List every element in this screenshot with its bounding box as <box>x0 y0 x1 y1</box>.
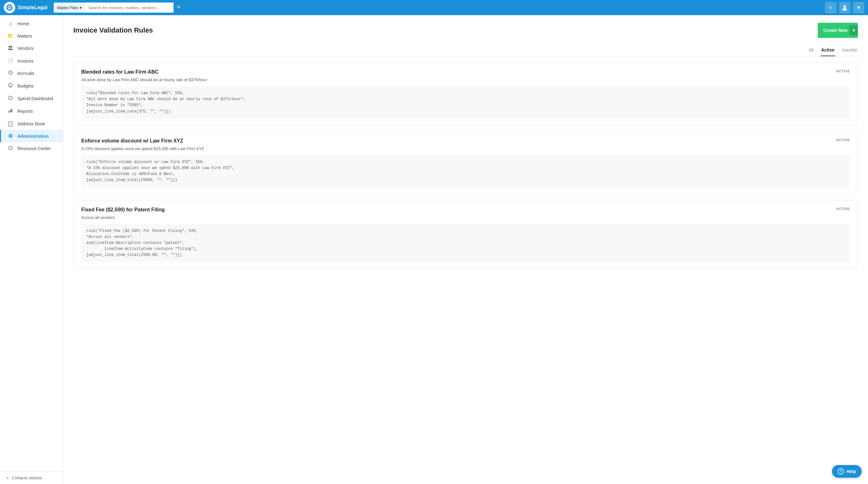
topnav-right: ＋ ▾ <box>825 2 864 13</box>
rule-header-2: Enforce volume discount w/ Law Firm XYZ … <box>81 138 850 144</box>
search-button[interactable]: 🔍 <box>174 3 185 13</box>
user-menu-button[interactable] <box>839 2 850 13</box>
help-icon: ? <box>838 468 844 475</box>
sidebar-navigation: ⌂ Home 📁 Matters Vendors <box>0 15 63 471</box>
sidebar: ⌂ Home 📁 Matters Vendors <box>0 15 63 484</box>
address-book-icon: 📋 <box>7 121 13 127</box>
sidebar-item-label: Budgets <box>18 84 33 89</box>
sidebar-item-label: Accruals <box>18 71 34 76</box>
svg-rect-14 <box>8 111 9 112</box>
sidebar-item-accruals[interactable]: Accruals <box>0 67 63 79</box>
logo-icon <box>4 2 15 13</box>
rule-card-2: Enforce volume discount w/ Law Firm XYZ … <box>73 131 858 194</box>
budgets-icon: $ <box>7 83 13 89</box>
svg-text:?: ? <box>10 147 11 150</box>
sidebar-item-label: Address Book <box>18 121 45 126</box>
add-button[interactable]: ＋ <box>825 2 836 13</box>
rule-code-3: rule("Fixed Fee ($2,500) for Patent Fili… <box>81 224 850 262</box>
rule-header-3: Fixed Fee ($2,500) for Patent Filing ACT… <box>81 207 850 213</box>
sidebar-item-label: Resource Center <box>18 146 51 151</box>
spend-icon: ? <box>7 95 13 102</box>
sidebar-item-label: Matters <box>18 33 32 38</box>
sidebar-item-label: Invoices <box>18 59 33 64</box>
search-dropdown-label: Matter Files <box>57 5 79 10</box>
rule-title-3: Fixed Fee ($2,500) for Patent Filing <box>81 207 165 213</box>
create-new-label: Create New <box>824 28 847 33</box>
folder-icon: 📁 <box>7 33 13 39</box>
sidebar-item-address-book[interactable]: 📋 Address Book <box>0 118 63 130</box>
sidebar-item-administration[interactable]: ⚙ Administration <box>0 130 63 142</box>
svg-rect-16 <box>11 109 12 112</box>
rule-card-3: Fixed Fee ($2,500) for Patent Filing ACT… <box>73 200 858 269</box>
filter-tabs: All Active Inactive <box>73 45 858 56</box>
reports-icon <box>7 108 13 115</box>
help-label: Help <box>846 469 856 474</box>
rule-status-2: ACTIVE <box>836 138 850 142</box>
sidebar-item-home[interactable]: ⌂ Home <box>0 18 63 30</box>
sidebar-item-spend-dashboard[interactable]: ? Spend Dashboard <box>0 92 63 105</box>
collapse-sidebar-button[interactable]: « Collapse sidebar <box>0 471 63 484</box>
search-bar: Matter Files ▾ 🔍 <box>54 3 185 13</box>
create-new-button[interactable]: Create New ▾ <box>818 23 858 38</box>
sidebar-item-resource-center[interactable]: ? Resource Center <box>0 142 63 155</box>
rule-description-3: Across all vendors <box>81 215 850 220</box>
gear-icon: ⚙ <box>7 133 13 139</box>
svg-text:$: $ <box>9 84 11 87</box>
rule-description-1: All work done by Law Firm ABC should be … <box>81 77 850 82</box>
page-title: Invoice Validation Rules <box>73 26 153 34</box>
sidebar-item-label: Reports <box>18 109 33 114</box>
rule-code-2: rule("Enforce volume discount w/ Law Fir… <box>81 155 850 187</box>
svg-rect-15 <box>10 109 11 112</box>
sidebar-item-label: Administration <box>18 134 49 139</box>
question-icon: ? <box>7 145 13 152</box>
rule-description-2: A 15% discount applies once we spend $25… <box>81 146 850 151</box>
invoices-icon: 📄 <box>7 58 13 64</box>
logo-text: SimpleLegal <box>18 5 48 10</box>
rule-header-1: Blended rates for Law Firm ABC ACTIVE <box>81 69 850 75</box>
sidebar-item-vendors[interactable]: Vendors <box>0 42 63 55</box>
svg-point-5 <box>8 46 10 48</box>
filter-tab-all[interactable]: All <box>808 45 814 56</box>
collapse-icon: « <box>6 476 8 480</box>
search-input[interactable] <box>85 3 174 13</box>
rule-status-1: ACTIVE <box>836 69 850 73</box>
rule-code-1: rule("Blended rates for Law Firm ABC", 5… <box>81 87 850 119</box>
rule-title-1: Blended rates for Law Firm ABC <box>81 69 159 75</box>
sidebar-item-reports[interactable]: Reports <box>0 105 63 118</box>
rule-status-3: ACTIVE <box>836 207 850 211</box>
sidebar-item-budgets[interactable]: $ Budgets <box>0 79 63 92</box>
help-button[interactable]: ? Help <box>832 465 862 478</box>
sidebar-item-matters[interactable]: 📁 Matters <box>0 30 63 42</box>
top-navigation: SimpleLegal Matter Files ▾ 🔍 ＋ ▾ <box>0 0 868 15</box>
filter-tab-inactive[interactable]: Inactive <box>841 45 858 56</box>
svg-point-6 <box>10 46 12 48</box>
rule-card-1: Blended rates for Law Firm ABC ACTIVE Al… <box>73 63 858 125</box>
svg-point-3 <box>843 5 846 8</box>
chevron-down-button[interactable]: ▾ <box>853 2 864 13</box>
search-icon: 🔍 <box>177 5 182 10</box>
main-content: Invoice Validation Rules Create New ▾ Al… <box>63 15 868 484</box>
svg-point-2 <box>8 7 10 8</box>
sidebar-item-label: Home <box>18 21 29 26</box>
svg-point-8 <box>10 49 13 50</box>
search-dropdown-toggle[interactable]: Matter Files ▾ <box>54 3 85 13</box>
svg-point-4 <box>842 8 847 11</box>
accruals-icon <box>7 70 13 76</box>
collapse-label: Collapse sidebar <box>12 476 42 480</box>
logo-area[interactable]: SimpleLegal <box>4 2 48 13</box>
chevron-down-icon: ▾ <box>80 5 82 10</box>
svg-text:?: ? <box>10 97 11 100</box>
filter-tab-active[interactable]: Active <box>820 45 835 56</box>
home-icon: ⌂ <box>7 21 13 27</box>
page-layout: ⌂ Home 📁 Matters Vendors <box>0 15 868 484</box>
sidebar-item-label: Vendors <box>18 46 33 51</box>
create-new-dropdown-arrow[interactable]: ▾ <box>849 25 858 35</box>
page-header: Invoice Validation Rules Create New ▾ <box>73 23 858 38</box>
vendors-icon <box>7 45 13 52</box>
rule-title-2: Enforce volume discount w/ Law Firm XYZ <box>81 138 183 144</box>
sidebar-item-invoices[interactable]: 📄 Invoices <box>0 55 63 67</box>
sidebar-item-label: Spend Dashboard <box>18 96 53 101</box>
